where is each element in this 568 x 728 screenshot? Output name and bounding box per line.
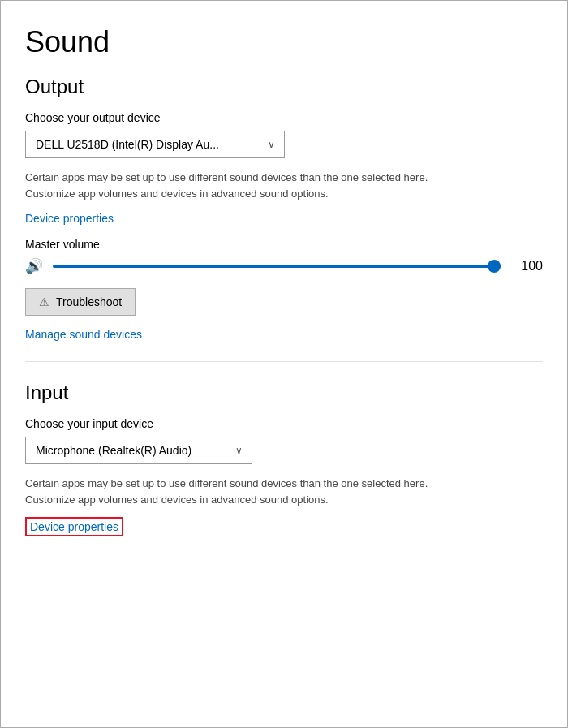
input-description: Certain apps may be set up to use differ… <box>25 476 447 507</box>
volume-value-display: 100 <box>510 259 543 274</box>
speaker-icon: 🔊 <box>25 257 43 275</box>
volume-section: Master volume 🔊 100 <box>25 238 543 275</box>
input-device-dropdown[interactable]: Microphone (Realtek(R) Audio) <box>25 437 252 464</box>
volume-slider-thumb[interactable] <box>488 260 501 273</box>
input-device-properties-link[interactable]: Device properties <box>25 517 123 536</box>
input-section-title: Input <box>25 381 543 404</box>
output-device-label: Choose your output device <box>25 111 543 124</box>
input-device-label: Choose your input device <box>25 417 543 430</box>
input-section: Input Choose your input device Microphon… <box>25 381 543 549</box>
page-title: Sound <box>25 25 543 59</box>
output-device-properties-link[interactable]: Device properties <box>25 212 114 225</box>
volume-row: 🔊 100 <box>25 257 543 275</box>
output-device-dropdown-wrapper[interactable]: DELL U2518D (Intel(R) Display Au... ∨ <box>25 131 285 158</box>
output-section: Output Choose your output device DELL U2… <box>25 75 543 342</box>
output-device-dropdown[interactable]: DELL U2518D (Intel(R) Display Au... <box>25 131 285 158</box>
volume-slider-container[interactable] <box>53 258 501 274</box>
warning-icon: ⚠ <box>39 295 49 308</box>
section-divider <box>25 361 543 362</box>
manage-sound-devices-link[interactable]: Manage sound devices <box>25 328 142 341</box>
sound-settings-window: Sound Output Choose your output device D… <box>0 0 568 728</box>
volume-label: Master volume <box>25 238 543 251</box>
output-section-title: Output <box>25 75 543 98</box>
input-device-dropdown-wrapper[interactable]: Microphone (Realtek(R) Audio) ∨ <box>25 437 252 464</box>
troubleshoot-label: Troubleshoot <box>56 295 122 308</box>
volume-slider-track <box>53 265 501 268</box>
troubleshoot-button[interactable]: ⚠ Troubleshoot <box>25 288 136 316</box>
output-description: Certain apps may be set up to use differ… <box>25 170 447 201</box>
